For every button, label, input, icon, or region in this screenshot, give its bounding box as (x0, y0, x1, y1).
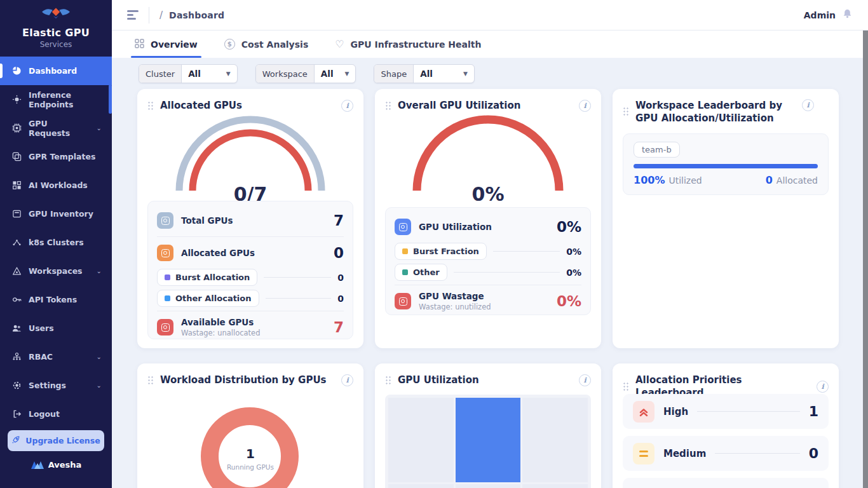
card-title: Workload Distribution by GPUs (160, 374, 335, 386)
elastic-gpu-logo-icon (41, 6, 71, 23)
info-icon[interactable]: i (579, 374, 591, 386)
sidebar-item-rbac[interactable]: RBAC ⌄ (0, 342, 112, 371)
tab-cost-analysis[interactable]: $ Cost Analysis (224, 30, 308, 58)
info-icon[interactable]: i (579, 100, 591, 112)
info-icon[interactable]: i (802, 99, 814, 111)
leaderboard-entry: team-b 100% Utilized 0 Allocated (623, 133, 829, 195)
wastage-note: Wastage: unallocated (181, 329, 260, 337)
tab-gpu-infrastructure-health[interactable]: ♡ GPU Infrastructure Health (335, 30, 481, 58)
menu-toggle-icon[interactable] (127, 10, 139, 19)
breadcrumb-slash: / (159, 10, 163, 21)
workload-distribution-card: Workload Distribution by GPUs i 1 Runnin… (137, 363, 363, 488)
gpu-utilization-row: GPU Utilization 0% (395, 213, 581, 241)
allocated-stats-panel: Total GPUs 7 Allocated GPUs 0 Burst Allo… (147, 201, 353, 339)
chevron-down-icon: ⌄ (97, 382, 102, 389)
sidebar-item-gpu-requests[interactable]: GPU Requests ⌄ (0, 114, 112, 142)
sidebar-item-inference-endpoints[interactable]: Inference Endpoints (0, 85, 112, 114)
shape-select[interactable]: All ▼ (414, 65, 474, 83)
user-name[interactable]: Admin (804, 10, 836, 20)
sidebar-item-dashboard[interactable]: Dashboard (0, 57, 112, 85)
content-area: Cluster All ▼ Workspace All ▼ Shape All … (112, 58, 868, 488)
grid-icon (135, 39, 144, 50)
allocated-gpus-card: Allocated GPUs i 0/7 Total GPUs Total GP… (137, 89, 363, 348)
total-gpus-row: Total GPUs 7 (157, 207, 344, 234)
drag-handle-icon[interactable] (623, 382, 629, 391)
sidebar-item-settings[interactable]: Settings ⌄ (0, 371, 112, 400)
gpu-block[interactable] (522, 484, 588, 488)
burst-fraction-swatch (402, 248, 408, 254)
avesha-crown-icon (31, 460, 44, 470)
allocated-count: 0 (766, 174, 773, 186)
tab-overview[interactable]: Overview (135, 30, 198, 58)
drag-handle-icon[interactable] (147, 101, 154, 111)
drag-handle-icon[interactable] (385, 376, 391, 385)
gear-icon (11, 381, 22, 391)
other-allocation-swatch (165, 295, 170, 301)
drag-handle-icon[interactable] (147, 376, 154, 385)
tabs-bar: Overview $ Cost Analysis ♡ GPU Infrastru… (112, 30, 868, 58)
other-value: 0% (566, 268, 581, 278)
team-tag: team-b (634, 142, 680, 158)
sidebar-item-k8s-clusters[interactable]: k8s Clusters (0, 228, 112, 257)
gpu-utilization-treemap (385, 395, 591, 488)
endpoint-icon (11, 95, 22, 105)
sidebar: Elastic GPU Services Dashboard Inference… (0, 0, 112, 488)
gpu-utilization-value: 0% (557, 219, 581, 235)
inventory-box-icon (11, 209, 22, 219)
chevron-down-icon: ▼ (201, 71, 231, 77)
gpu-block[interactable] (522, 398, 588, 482)
sidebar-item-workspaces[interactable]: Workspaces ⌄ (0, 257, 112, 285)
sidebar-item-ai-workloads[interactable]: AI Workloads (0, 171, 112, 200)
breadcrumb[interactable]: Dashboard (169, 10, 224, 20)
brand-block: Elastic GPU Services (0, 0, 112, 57)
gpu-block[interactable] (388, 484, 454, 488)
drag-handle-icon[interactable] (385, 101, 391, 111)
copy-icon (11, 152, 22, 162)
dollar-icon: $ (224, 39, 235, 50)
gpu-block[interactable] (388, 398, 454, 482)
drag-handle-icon[interactable] (623, 107, 629, 116)
upgrade-license-button[interactable]: Upgrade License (8, 430, 104, 451)
sidebar-item-gpu-inventory[interactable]: GPU Inventory (0, 200, 112, 228)
allocated-gpus-value: 0 (334, 245, 344, 261)
cluster-filter[interactable]: Cluster All ▼ (139, 64, 238, 83)
bell-icon[interactable] (842, 8, 853, 22)
sidebar-scrollbar-thumb[interactable] (109, 85, 112, 114)
shape-filter[interactable]: Shape All ▼ (374, 64, 474, 83)
cluster-select[interactable]: All ▼ (182, 65, 237, 83)
gpu-block-active[interactable] (456, 398, 521, 482)
chevron-down-icon: ⌄ (97, 125, 102, 132)
workspace-filter[interactable]: Workspace All ▼ (255, 64, 356, 83)
card-title: GPU Utilization (398, 374, 573, 386)
allocated-gpus-row: Allocated GPUs 0 (157, 239, 344, 267)
app-root: Elastic GPU Services Dashboard Inference… (0, 0, 868, 488)
info-icon[interactable]: i (817, 381, 829, 393)
other-allocation-value: 0 (337, 294, 344, 304)
burst-allocation-swatch (165, 274, 170, 280)
gpu-block[interactable] (456, 484, 521, 488)
tiles-icon (11, 180, 22, 191)
gpu-utilization-card: GPU Utilization i (375, 363, 601, 488)
wastage-note: Wastage: unutilized (419, 302, 491, 311)
heart-icon: ♡ (335, 39, 344, 50)
sidebar-item-logout[interactable]: Logout (0, 400, 112, 428)
card-title: Workspace Leaderboard by GPU Allocation/… (635, 99, 796, 125)
priority-row-high: High 1 (623, 394, 829, 429)
info-icon[interactable]: i (341, 100, 353, 112)
burst-fraction-value: 0% (566, 247, 581, 257)
utilization-progress-bar (634, 164, 818, 168)
brand-title: Elastic GPU (0, 27, 112, 39)
running-gpus-value: 1 (137, 446, 363, 461)
topbar: / Dashboard Admin (112, 0, 868, 30)
chevron-down-icon: ▼ (433, 71, 468, 77)
cluster-nodes-icon (11, 238, 22, 248)
page-scrollbar[interactable] (863, 30, 868, 488)
sidebar-item-api-tokens[interactable]: API Tokens (0, 285, 112, 314)
sidebar-item-gpr-templates[interactable]: GPR Templates (0, 142, 112, 171)
info-icon[interactable]: i (341, 374, 353, 386)
hierarchy-icon (11, 352, 22, 362)
running-gpus-label: Running GPUs (137, 463, 363, 471)
other-swatch (402, 269, 408, 275)
sidebar-item-users[interactable]: Users (0, 314, 112, 342)
workspace-select[interactable]: All ▼ (315, 65, 356, 83)
